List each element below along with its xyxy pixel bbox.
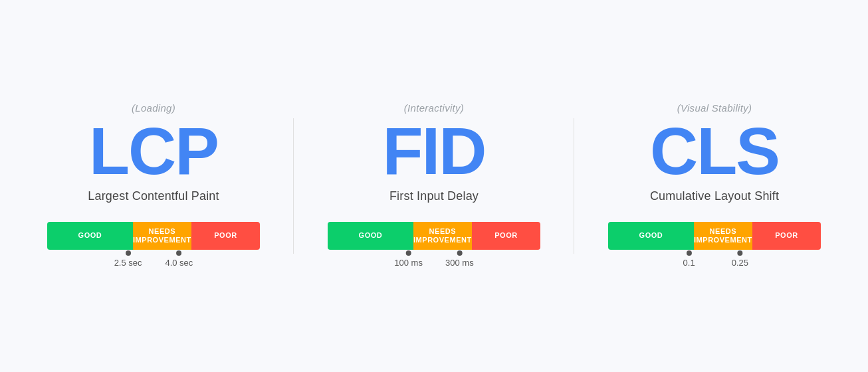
fid-scale: GOOD NEEDSIMPROVEMENT POOR 100 ms 300 ms: [328, 222, 540, 270]
cls-scale: GOOD NEEDSIMPROVEMENT POOR 0.1 0.25: [608, 222, 821, 270]
lcp-acronym: LCP: [89, 118, 218, 184]
lcp-good-segment: GOOD: [47, 222, 133, 250]
cls-subtitle: (Visual Stability): [677, 102, 752, 114]
cls-needs-segment: NEEDSIMPROVEMENT: [694, 222, 752, 250]
fid-tick1: 100 ms: [394, 251, 423, 268]
lcp-tick1: 2.5 sec: [114, 251, 142, 268]
fid-ticks: 100 ms 300 ms: [328, 251, 540, 270]
cls-ticks: 0.1 0.25: [608, 251, 821, 270]
metrics-container: (Loading) LCP Largest Contentful Paint G…: [0, 62, 868, 310]
fid-good-segment: GOOD: [328, 222, 413, 250]
fid-bar: GOOD NEEDSIMPROVEMENT POOR: [328, 222, 540, 250]
lcp-poor-segment: POOR: [191, 222, 260, 250]
lcp-subtitle: (Loading): [132, 102, 175, 114]
lcp-tick2-circle: [176, 250, 181, 256]
cls-good-segment: GOOD: [608, 222, 694, 250]
lcp-tick2: 4.0 sec: [165, 251, 193, 268]
cls-tick1-label: 0.1: [683, 258, 695, 268]
cls-poor-segment: POOR: [752, 222, 821, 250]
lcp-ticks: 2.5 sec 4.0 sec: [47, 251, 260, 270]
fid-tick2-circle: [457, 250, 462, 256]
cls-tick1: 0.1: [683, 251, 695, 268]
cls-tick2-circle: [737, 250, 742, 256]
lcp-name: Largest Contentful Paint: [88, 189, 219, 203]
cls-bar: GOOD NEEDSIMPROVEMENT POOR: [608, 222, 821, 250]
lcp-tick2-label: 4.0 sec: [165, 258, 193, 268]
fid-poor-segment: POOR: [472, 222, 540, 250]
fid-name: First Input Delay: [389, 189, 479, 203]
lcp-needs-segment: NEEDSIMPROVEMENT: [133, 222, 191, 250]
lcp-bar: GOOD NEEDSIMPROVEMENT POOR: [47, 222, 260, 250]
fid-tick2-label: 300 ms: [445, 258, 474, 268]
cls-tick2: 0.25: [732, 251, 748, 268]
fid-needs-segment: NEEDSIMPROVEMENT: [413, 222, 472, 250]
lcp-scale: GOOD NEEDSIMPROVEMENT POOR 2.5 sec 4.0 s…: [47, 222, 260, 270]
metric-cls: (Visual Stability) CLS Cumulative Layout…: [574, 89, 855, 283]
cls-tick2-label: 0.25: [732, 258, 748, 268]
fid-tick1-label: 100 ms: [394, 258, 423, 268]
cls-name: Cumulative Layout Shift: [650, 189, 779, 203]
cls-tick1-circle: [687, 250, 692, 256]
metric-lcp: (Loading) LCP Largest Contentful Paint G…: [13, 89, 294, 283]
lcp-tick1-circle: [126, 250, 131, 256]
lcp-tick1-label: 2.5 sec: [114, 258, 142, 268]
fid-tick1-circle: [406, 250, 411, 256]
cls-acronym: CLS: [650, 118, 779, 184]
fid-subtitle: (Interactivity): [404, 102, 464, 114]
fid-tick2: 300 ms: [445, 251, 474, 268]
fid-acronym: FID: [382, 118, 485, 184]
metric-fid: (Interactivity) FID First Input Delay GO…: [294, 89, 574, 283]
